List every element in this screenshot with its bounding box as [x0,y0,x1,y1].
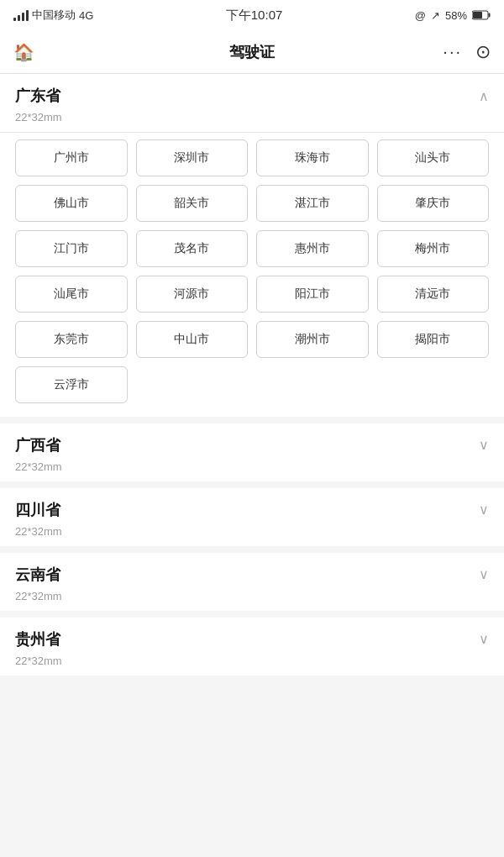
svg-rect-2 [473,12,482,18]
time-label: 下午10:07 [226,8,283,24]
province-chevron-yunnan: ∨ [479,566,489,582]
battery-label: 58% [445,9,467,22]
city-btn-惠州市[interactable]: 惠州市 [256,230,369,267]
city-btn-汕头市[interactable]: 汕头市 [377,139,490,176]
province-size-yunnan: 22*32mm [0,588,504,611]
status-left: 中国移动 4G [13,8,93,23]
province-chevron-sichuan: ∨ [479,502,489,518]
city-btn-肇庆市[interactable]: 肇庆市 [377,185,490,222]
carrier-label: 中国移动 [32,8,76,23]
battery-icon [472,10,491,20]
province-name-yunnan: 云南省 [15,565,60,585]
province-section-guizhou: 贵州省∨22*32mm [0,618,504,676]
nav-bar: 🏠 驾驶证 ··· ⊙ [0,30,504,74]
province-size-guangxi: 22*32mm [0,459,504,481]
home-icon[interactable]: 🏠 [13,42,34,62]
scan-icon[interactable]: ⊙ [475,41,491,63]
city-btn-清远市[interactable]: 清远市 [377,276,490,313]
city-btn-广州市[interactable]: 广州市 [15,139,128,176]
city-grid-guangdong: 广州市深圳市珠海市汕头市佛山市韶关市湛江市肇庆市江门市茂名市惠州市梅州市汕尾市河… [0,133,504,417]
province-header-guangxi[interactable]: 广西省∨ [0,423,504,459]
status-right: @ ↗ 58% [415,9,491,22]
signal-icon [13,10,29,21]
province-chevron-guizhou: ∨ [479,631,489,647]
city-btn-梅州市[interactable]: 梅州市 [377,230,490,267]
page-title: 驾驶证 [229,42,275,62]
city-btn-江门市[interactable]: 江门市 [15,230,128,267]
city-btn-潮州市[interactable]: 潮州市 [256,321,369,358]
city-btn-云浮市[interactable]: 云浮市 [15,366,128,403]
province-size-sichuan: 22*32mm [0,523,504,546]
status-bar: 中国移动 4G 下午10:07 @ ↗ 58% [0,0,504,30]
province-section-guangxi: 广西省∨22*32mm [0,423,504,481]
nav-right: ··· ⊙ [443,41,491,63]
province-name-guangdong: 广东省 [15,86,60,106]
province-name-guangxi: 广西省 [15,435,60,455]
province-chevron-guangdong: ∧ [479,88,489,104]
svg-rect-1 [489,13,491,18]
city-btn-珠海市[interactable]: 珠海市 [256,139,369,176]
content: 广东省∧22*32mm广州市深圳市珠海市汕头市佛山市韶关市湛江市肇庆市江门市茂名… [0,74,504,676]
province-header-guangdong[interactable]: 广东省∧ [0,74,504,109]
city-btn-茂名市[interactable]: 茂名市 [136,230,249,267]
city-btn-中山市[interactable]: 中山市 [136,321,249,358]
province-header-yunnan[interactable]: 云南省∨ [0,553,504,588]
nav-left: 🏠 [13,42,34,62]
province-size-guizhou: 22*32mm [0,653,504,676]
province-chevron-guangxi: ∨ [479,437,489,453]
city-btn-深圳市[interactable]: 深圳市 [136,139,249,176]
city-btn-汕尾市[interactable]: 汕尾市 [15,276,128,313]
at-icon: @ [415,9,426,22]
province-section-yunnan: 云南省∨22*32mm [0,553,504,611]
province-name-guizhou: 贵州省 [15,629,60,649]
city-btn-湛江市[interactable]: 湛江市 [256,185,369,222]
province-size-guangdong: 22*32mm [0,109,504,132]
city-btn-韶关市[interactable]: 韶关市 [136,185,249,222]
network-label: 4G [79,9,93,22]
city-btn-东莞市[interactable]: 东莞市 [15,321,128,358]
city-btn-揭阳市[interactable]: 揭阳市 [377,321,490,358]
province-section-sichuan: 四川省∨22*32mm [0,488,504,546]
city-btn-佛山市[interactable]: 佛山市 [15,185,128,222]
province-section-guangdong: 广东省∧22*32mm广州市深圳市珠海市汕头市佛山市韶关市湛江市肇庆市江门市茂名… [0,74,504,417]
province-header-guizhou[interactable]: 贵州省∨ [0,618,504,653]
city-btn-河源市[interactable]: 河源市 [136,276,249,313]
more-icon[interactable]: ··· [443,42,462,61]
location-icon: ↗ [431,9,440,22]
province-name-sichuan: 四川省 [15,500,60,520]
province-header-sichuan[interactable]: 四川省∨ [0,488,504,523]
city-btn-阳江市[interactable]: 阳江市 [256,276,369,313]
